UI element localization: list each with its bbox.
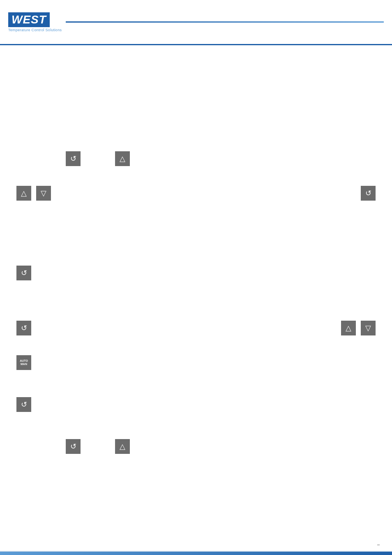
logo-container: WEST Temperature Control Solutions: [8, 12, 62, 32]
reset-button-4[interactable]: ↺: [16, 321, 31, 335]
main-content: ↺ △ △ ▽ ↺ ↺ ↺ △ ▽ AUTO MAN: [0, 45, 392, 539]
triangle-up-button-7[interactable]: △: [115, 439, 130, 454]
logo-text: WEST: [12, 13, 46, 26]
reset-button-3[interactable]: ↺: [16, 266, 31, 280]
logo-subtitle: Temperature Control Solutions: [8, 28, 62, 32]
header-line: [66, 21, 384, 23]
triangle-up-button-1[interactable]: △: [115, 151, 130, 166]
auto-man-button[interactable]: AUTO MAN: [16, 355, 31, 370]
reset-button-6[interactable]: ↺: [16, 397, 31, 412]
header: WEST Temperature Control Solutions: [0, 0, 392, 45]
triangle-down-button-4[interactable]: ▽: [361, 321, 376, 335]
footer-bar: [0, 552, 392, 555]
triangle-up-button-4[interactable]: △: [341, 321, 356, 335]
triangle-up-button-2[interactable]: △: [16, 186, 31, 201]
row-group-5: AUTO MAN: [16, 355, 376, 370]
row-group-1: ↺ △: [16, 151, 376, 166]
auto-label: AUTO: [20, 359, 28, 363]
row-group-6: ↺: [16, 397, 376, 412]
page-number: –: [377, 542, 380, 547]
row-group-2: △ ▽ ↺: [16, 186, 376, 201]
reset-button-7[interactable]: ↺: [66, 439, 81, 454]
row-group-3: ↺: [16, 266, 376, 280]
logo-box: WEST: [8, 12, 50, 27]
row-group-4: ↺ △ ▽: [16, 321, 376, 335]
man-label: MAN: [21, 363, 27, 366]
reset-button-2[interactable]: ↺: [361, 186, 376, 201]
reset-button-1[interactable]: ↺: [66, 151, 81, 166]
row-group-7: ↺ △: [16, 439, 376, 454]
triangle-down-button-2[interactable]: ▽: [36, 186, 51, 201]
